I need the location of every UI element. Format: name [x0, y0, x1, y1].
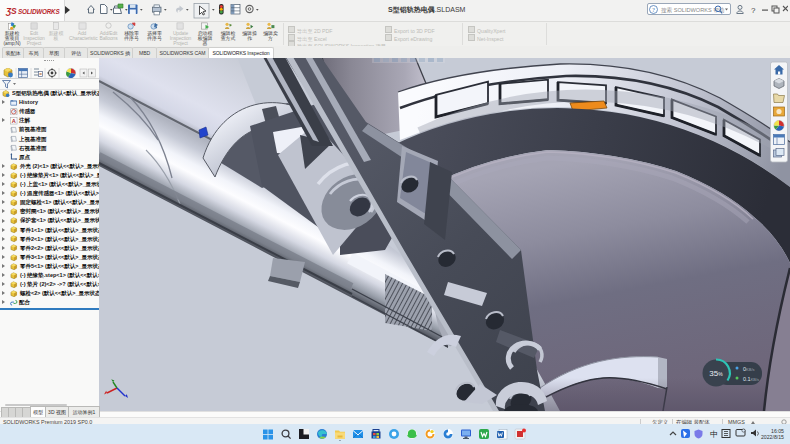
svg-text:0.1KB/s: 0.1KB/s: [743, 376, 759, 382]
svg-text:?: ?: [751, 6, 756, 15]
svg-text:?: ?: [652, 6, 655, 13]
svg-text:35%: 35%: [709, 369, 723, 378]
svg-text:中: 中: [710, 430, 718, 439]
svg-text:A: A: [12, 118, 16, 124]
svg-text:0KB/s: 0KB/s: [743, 366, 755, 372]
